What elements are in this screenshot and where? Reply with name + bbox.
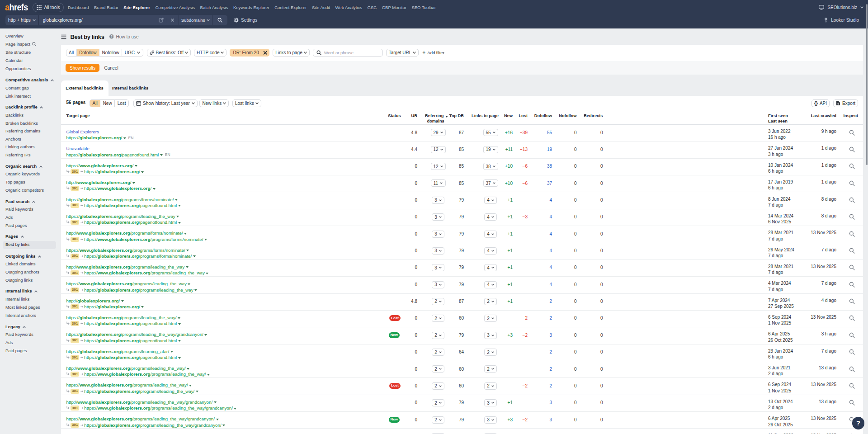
svg-text:?: ? — [110, 35, 112, 38]
